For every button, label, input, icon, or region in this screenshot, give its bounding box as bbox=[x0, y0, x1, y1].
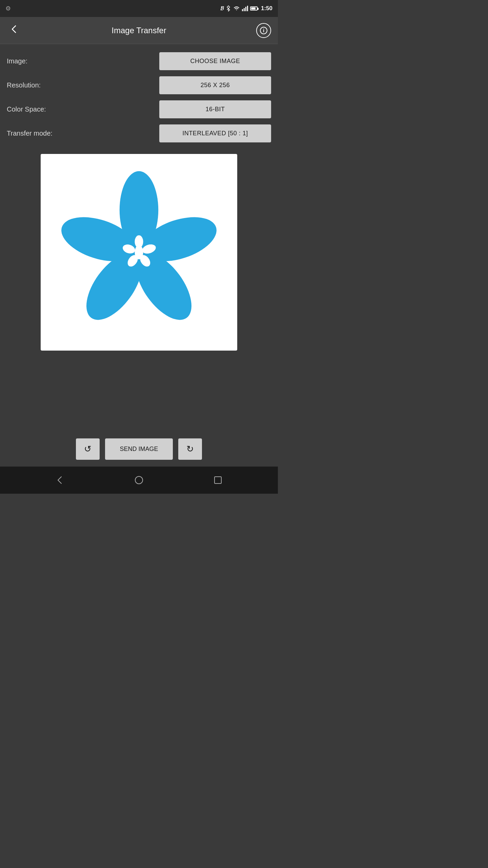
transfer-mode-row: Transfer mode: INTERLEAVED [50 : 1] bbox=[7, 124, 271, 142]
svg-rect-2 bbox=[245, 7, 246, 11]
nav-home-button[interactable] bbox=[130, 472, 147, 489]
main-content: Image: CHOOSE IMAGE Resolution: 256 X 25… bbox=[0, 44, 278, 432]
send-image-button[interactable]: SEND IMAGE bbox=[105, 438, 173, 460]
status-bar: ⚙ 𝓑 1:50 bbox=[0, 0, 278, 17]
rotate-right-icon: ↻ bbox=[186, 444, 194, 454]
app-bar: Image Transfer i bbox=[0, 17, 278, 44]
resolution-row: Resolution: 256 X 256 bbox=[7, 76, 271, 94]
bottom-bar: ↺ SEND IMAGE ↻ bbox=[0, 432, 278, 467]
info-button[interactable]: i bbox=[256, 23, 271, 38]
bluetooth-icon: 𝓑 bbox=[220, 5, 224, 12]
rotate-left-icon: ↺ bbox=[84, 444, 92, 454]
color-space-button[interactable]: 16-BIT bbox=[159, 100, 271, 118]
image-row: Image: CHOOSE IMAGE bbox=[7, 52, 271, 70]
battery-icon bbox=[250, 6, 258, 11]
svg-rect-0 bbox=[242, 9, 243, 11]
rotate-left-button[interactable]: ↺ bbox=[76, 438, 100, 460]
svg-rect-1 bbox=[244, 8, 245, 11]
bluetooth-icon bbox=[226, 5, 231, 12]
transfer-mode-label: Transfer mode: bbox=[7, 130, 53, 137]
nav-bar bbox=[0, 467, 278, 494]
flower-image bbox=[51, 164, 227, 340]
time-display: 1:50 bbox=[261, 5, 272, 12]
app-title: Image Transfer bbox=[111, 26, 166, 35]
settings-icon: ⚙ bbox=[5, 5, 11, 12]
choose-image-button[interactable]: CHOOSE IMAGE bbox=[159, 52, 271, 70]
color-space-row: Color Space: 16-BIT bbox=[7, 100, 271, 118]
wifi-icon bbox=[233, 6, 240, 11]
rotate-right-button[interactable]: ↻ bbox=[178, 438, 202, 460]
status-left-icons: ⚙ bbox=[5, 5, 11, 12]
svg-text:i: i bbox=[263, 28, 264, 33]
signal-icon bbox=[242, 6, 248, 11]
nav-back-button[interactable] bbox=[52, 472, 68, 489]
resolution-label: Resolution: bbox=[7, 81, 41, 89]
svg-point-14 bbox=[135, 235, 143, 248]
resolution-button[interactable]: 256 X 256 bbox=[159, 76, 271, 94]
transfer-mode-button[interactable]: INTERLEAVED [50 : 1] bbox=[159, 124, 271, 142]
nav-recent-button[interactable] bbox=[209, 472, 226, 489]
svg-rect-3 bbox=[247, 6, 248, 11]
svg-point-19 bbox=[135, 476, 143, 484]
color-space-label: Color Space: bbox=[7, 105, 46, 113]
image-label: Image: bbox=[7, 57, 27, 65]
svg-rect-20 bbox=[215, 477, 221, 484]
image-preview bbox=[41, 154, 237, 351]
status-right-icons: 𝓑 1:50 bbox=[220, 5, 272, 12]
back-button[interactable] bbox=[7, 22, 22, 39]
